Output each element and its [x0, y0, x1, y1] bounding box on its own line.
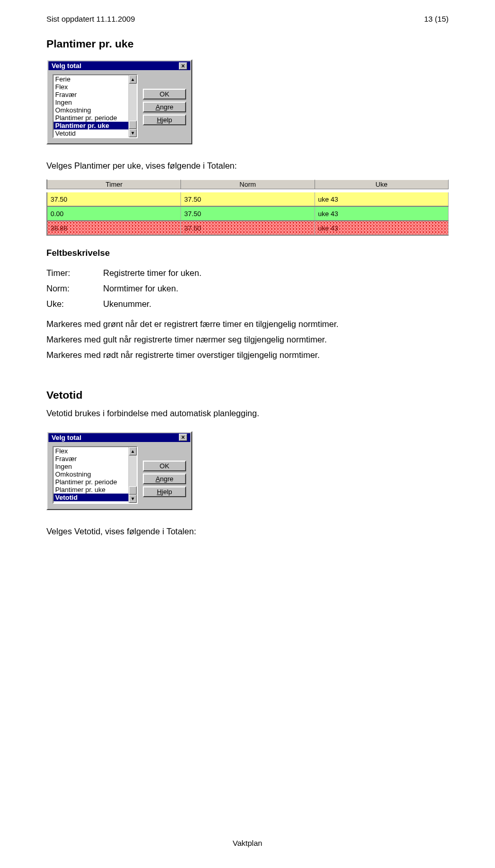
dialog-velg-total-2: Velg total × Flex Fravær Ingen Omkostnin… [46, 431, 192, 510]
hjelp-button[interactable]: Hjelp [143, 114, 186, 125]
footer-text: Vaktplan [0, 839, 495, 847]
col-uke: Uke [315, 179, 449, 189]
list-item[interactable]: Plantimer pr. uke [54, 486, 128, 494]
scrollbar[interactable]: ▲ ▼ [128, 75, 137, 137]
listbox-wrap: Flex Fravær Ingen Omkostning Plantimer p… [53, 446, 138, 504]
ok-button[interactable]: OK [143, 461, 186, 471]
page-number: 13 (15) [424, 14, 449, 23]
dialog-title-text: Velg total [52, 434, 81, 441]
cell-timer: 37.50 [47, 192, 181, 206]
listbox-wrap: Ferie Flex Fravær Ingen Omkostning Plant… [53, 74, 138, 138]
list-item[interactable]: Vetotid [54, 129, 128, 137]
cell-timer: 0.00 [47, 207, 181, 220]
btn-txt: jelp [162, 116, 172, 124]
listbox-totals[interactable]: Ferie Flex Fravær Ingen Omkostning Plant… [54, 75, 128, 137]
section-title-vetotid: Vetotid [46, 389, 449, 401]
btn-txt: ngre [160, 103, 173, 111]
scroll-up-icon[interactable]: ▲ [129, 447, 137, 455]
dialog-velg-total-1: Velg total × Ferie Flex Fravær Ingen Omk… [46, 59, 192, 144]
kv-key-timer: Timer: [46, 266, 103, 281]
list-item[interactable]: Fravær [54, 91, 128, 99]
updated-date: Sist oppdatert 11.11.2009 [46, 14, 135, 23]
list-item[interactable]: Omkostning [54, 106, 128, 114]
cell-norm: 37.50 [181, 207, 315, 220]
table-row: 38.88 37.50 uke 43 [46, 221, 449, 236]
col-norm: Norm [181, 179, 315, 189]
col-timer: Timer [47, 179, 181, 189]
btn-txt: ngre [160, 475, 173, 483]
legend-red: Markeres med rødt når registrerte timer … [46, 348, 449, 363]
list-item[interactable]: Plantimer pr. periode [54, 478, 128, 486]
list-item[interactable]: Ferie [54, 75, 128, 83]
legend-green: Markeres med grønt når det er registrert… [46, 317, 449, 332]
scrollbar[interactable]: ▲ ▼ [128, 447, 137, 503]
list-item[interactable]: Flex [54, 83, 128, 91]
list-item[interactable]: Fravær [54, 455, 128, 463]
table-row: 0.00 37.50 uke 43 [46, 207, 449, 221]
ok-button[interactable]: OK [143, 89, 186, 100]
scroll-thumb[interactable] [129, 121, 137, 129]
scroll-down-icon[interactable]: ▼ [129, 495, 137, 503]
listbox-totals[interactable]: Flex Fravær Ingen Omkostning Plantimer p… [54, 447, 128, 503]
legend-yellow: Markeres med gult når registrerte timer … [46, 332, 449, 348]
kv-val-timer: Registrerte timer for uken. [103, 268, 202, 277]
kv-val-uke: Ukenummer. [103, 299, 152, 308]
kv-key-uke: Uke: [46, 297, 103, 312]
totals-table: Timer Norm Uke 37.50 37.50 uke 43 0.00 3… [46, 179, 449, 236]
list-item[interactable]: Omkostning [54, 470, 128, 478]
list-item[interactable]: Plantimer pr. periode [54, 114, 128, 122]
list-item-selected[interactable]: Vetotid [54, 494, 128, 501]
cell-uke: uke 43 [315, 221, 449, 235]
cell-uke: uke 43 [315, 207, 449, 220]
cell-timer: 38.88 [47, 221, 181, 235]
dialog-titlebar: Velg total × [48, 433, 190, 442]
dialog-titlebar: Velg total × [48, 61, 190, 70]
angre-button[interactable]: Angre [143, 102, 186, 112]
kv-key-norm: Norm: [46, 281, 103, 297]
intro-text: Velges Plantimer per uke, vises følgende… [46, 159, 449, 172]
cell-norm: 37.50 [181, 192, 315, 206]
table-row: 37.50 37.50 uke 43 [46, 192, 449, 207]
closing-text: Velges Vetotid, vises følgende i Totalen… [46, 525, 449, 538]
angre-button[interactable]: Angre [143, 473, 186, 484]
scroll-up-icon[interactable]: ▲ [129, 75, 137, 84]
list-item[interactable]: Flex [54, 447, 128, 455]
feltbeskrivelse-title: Feltbeskrivelse [46, 248, 449, 258]
cell-norm: 37.50 [181, 221, 315, 235]
scroll-thumb[interactable] [129, 486, 137, 495]
close-icon[interactable]: × [179, 62, 187, 70]
section-title-plantimer: Plantimer pr. uke [46, 38, 449, 50]
dialog-title-text: Velg total [52, 62, 81, 70]
list-item[interactable]: Ingen [54, 99, 128, 106]
kv-val-norm: Normtimer for uken. [103, 284, 178, 293]
cell-uke: uke 43 [315, 192, 449, 206]
vetotid-desc: Vetotid brukes i forbindelse med automat… [46, 406, 449, 420]
list-item-selected[interactable]: Plantimer pr. uke [54, 122, 128, 129]
list-item[interactable]: Ingen [54, 463, 128, 470]
scroll-down-icon[interactable]: ▼ [129, 129, 137, 137]
close-icon[interactable]: × [179, 434, 187, 441]
btn-txt: jelp [162, 488, 172, 496]
hjelp-button[interactable]: Hjelp [143, 486, 186, 497]
